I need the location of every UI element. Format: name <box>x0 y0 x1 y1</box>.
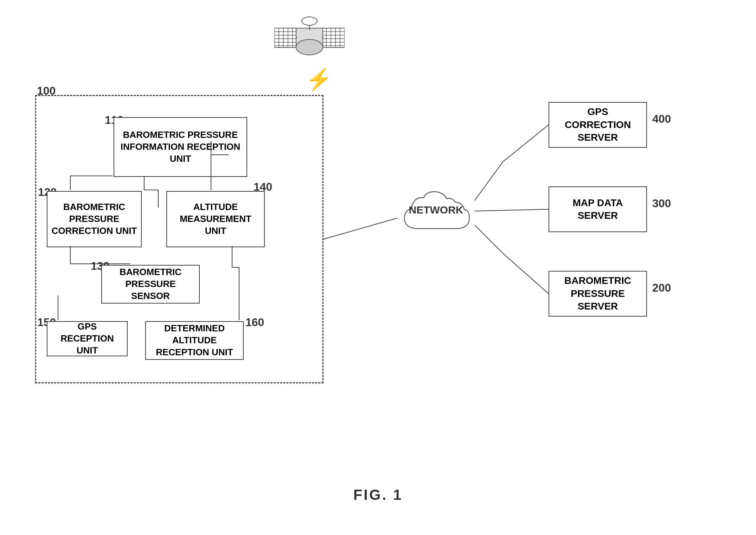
svg-line-38 <box>503 125 549 162</box>
box-gps-reception: GPS RECEPTION UNIT <box>47 321 128 356</box>
figure-label: FIG. 1 <box>353 486 403 503</box>
svg-line-41 <box>503 253 549 294</box>
box-determined-altitude-reception: DETERMINED ALTITUDERECEPTION UNIT <box>145 321 244 360</box>
svg-line-40 <box>475 225 503 253</box>
label-160: 160 <box>245 316 264 329</box>
svg-line-39 <box>475 209 549 211</box>
diagram: ⚡ 100 110 BAROMETRIC PRESSUREINFORMATION… <box>0 0 756 535</box>
box-barometric-pressure-sensor: BAROMETRIC PRESSURESENSOR <box>101 265 200 304</box>
network-label: NETWORK <box>404 204 468 216</box>
box-barometric-pressure-info-reception: BAROMETRIC PRESSUREINFORMATION RECEPTION… <box>114 117 247 177</box>
label-300: 300 <box>652 197 671 210</box>
box-map-data-server: MAP DATASERVER <box>549 186 647 232</box>
device-box: 110 BAROMETRIC PRESSUREINFORMATION RECEP… <box>35 95 323 383</box>
satellite-icon <box>274 11 345 67</box>
box-barometric-pressure-server: BAROMETRICPRESSURESERVER <box>549 271 647 317</box>
box-barometric-pressure-correction: BAROMETRIC PRESSURECORRECTION UNIT <box>47 191 142 247</box>
box-altitude-measurement: ALTITUDEMEASUREMENT UNIT <box>166 191 265 247</box>
svg-rect-10 <box>322 28 345 47</box>
label-400: 400 <box>652 113 671 126</box>
box-gps-correction-server: GPSCORRECTIONSERVER <box>549 102 647 148</box>
svg-point-23 <box>302 17 317 25</box>
svg-line-36 <box>323 218 397 239</box>
svg-point-22 <box>296 39 323 55</box>
svg-rect-0 <box>274 28 297 47</box>
label-200: 200 <box>652 281 671 294</box>
lightning-icon: ⚡ <box>306 67 332 92</box>
svg-line-37 <box>475 162 503 200</box>
